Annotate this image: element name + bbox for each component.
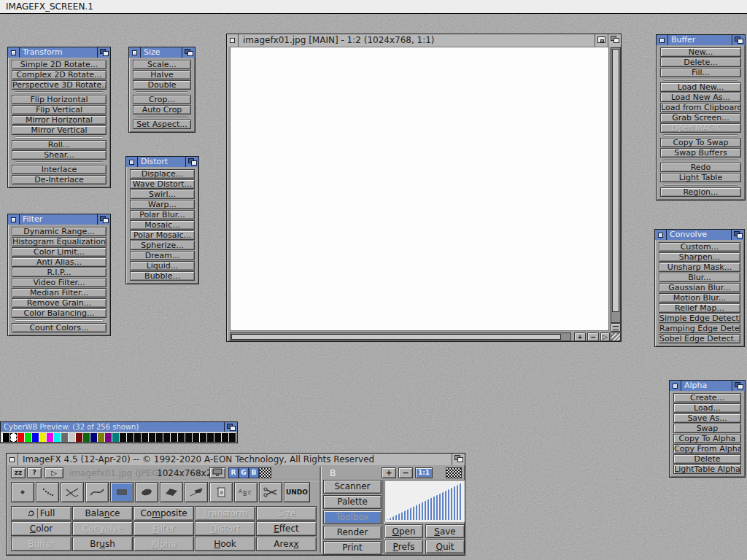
mode-render[interactable]: Render	[323, 526, 382, 540]
palette-swatch[interactable]	[185, 433, 192, 442]
depth-gadget[interactable]	[732, 381, 745, 391]
palette-swatch[interactable]	[98, 433, 104, 442]
zoom-out-button[interactable]: −	[398, 467, 413, 478]
palette-swatch[interactable]	[32, 433, 39, 442]
swirl-button[interactable]: Swirl...	[130, 190, 195, 199]
halve-button[interactable]: Halve	[133, 70, 191, 79]
color-limit-button[interactable]: Color Limit...	[12, 247, 107, 257]
depth-gadget[interactable]	[608, 34, 621, 47]
mode-print[interactable]: Print	[323, 541, 382, 555]
palette-swatch[interactable]	[222, 433, 228, 442]
buffer-new-button[interactable]: New...	[660, 47, 741, 57]
auto-crop-button[interactable]: Auto Crop	[133, 105, 191, 114]
redo-button[interactable]: Redo	[660, 163, 741, 172]
close-gadget[interactable]	[655, 230, 667, 240]
image-canvas[interactable]	[230, 47, 609, 331]
polar-mosaic-button[interactable]: Polar Mosaic...	[130, 230, 195, 240]
palette-swatch[interactable]	[61, 433, 68, 442]
alpha-create-button[interactable]: Create...	[673, 393, 741, 402]
sleep-button[interactable]: zz	[11, 467, 26, 478]
ramping-edge-detect-button[interactable]: Ramping Edge Detect	[659, 324, 740, 333]
alpha-delete-button[interactable]: Delete	[673, 454, 741, 464]
mirror-horizontal-button[interactable]: Mirror Horizontal	[12, 115, 107, 125]
vertical-scroll-thumb[interactable]	[612, 49, 619, 312]
brush-button[interactable]: Brush	[72, 537, 133, 551]
palette-swatch[interactable]	[39, 433, 46, 442]
histogram-equalization-button[interactable]: Histogram Equalization...	[12, 237, 107, 246]
roll-button[interactable]: Roll...	[12, 140, 107, 149]
simple-2d-rotate-button[interactable]: Simple 2D Rotate...	[12, 60, 107, 69]
region-button[interactable]: Region...	[660, 187, 741, 197]
relief-map-button[interactable]: Relief Map...	[659, 303, 740, 313]
close-gadget[interactable]	[7, 454, 18, 465]
depth-gadget[interactable]	[182, 47, 195, 58]
lighttable-alpha-button[interactable]: LightTable Alpha	[673, 464, 741, 474]
warp-button[interactable]: Warp...	[130, 200, 195, 209]
scale-button[interactable]: Scale...	[133, 60, 191, 69]
close-gadget[interactable]	[8, 214, 20, 225]
mode-toolbox[interactable]: Toolbox	[323, 510, 382, 524]
alpha-load-button[interactable]: Load...	[673, 403, 741, 413]
blur-button[interactable]: Blur...	[659, 273, 740, 282]
palette-swatch[interactable]	[178, 433, 185, 442]
load-from-clipboard-button[interactable]: Load from Clipboard	[660, 103, 741, 112]
effect-button[interactable]: Effect	[256, 521, 317, 536]
horizontal-scrollbar[interactable]	[230, 332, 571, 341]
video-filter-button[interactable]: Video Filter...	[12, 278, 107, 287]
palette-swatch[interactable]	[83, 433, 90, 442]
dream-button[interactable]: Dream...	[130, 251, 195, 260]
palette-swatch[interactable]	[193, 433, 199, 442]
polar-blur-button[interactable]: Polar Blur...	[130, 210, 195, 219]
save-button[interactable]: Save	[425, 524, 465, 538]
mirror-vertical-button[interactable]: Mirror Vertical	[12, 125, 107, 135]
complex-2d-rotate-button[interactable]: Complex 2D Rotate...	[12, 70, 107, 79]
run-button[interactable]: ▷	[44, 467, 63, 478]
green-channel-button[interactable]: G	[239, 467, 249, 478]
depth-gadget[interactable]	[224, 422, 237, 432]
copy-from-alpha-button[interactable]: Copy From Alpha	[673, 444, 741, 454]
grab-screen-button[interactable]: Grab Screen...	[660, 113, 741, 122]
rip-button[interactable]: R.I.P...	[12, 268, 107, 277]
oval-tool-button[interactable]	[135, 482, 158, 502]
de-interlace-button[interactable]: De-Interlace	[12, 175, 107, 184]
depth-gadget[interactable]	[97, 47, 110, 58]
depth-gadget[interactable]	[185, 157, 198, 167]
shear-button[interactable]: Shear...	[12, 150, 107, 160]
copy-to-swap-button[interactable]: Copy To Swap	[660, 138, 741, 147]
prefs-button[interactable]: Prefs	[384, 540, 423, 553]
palette-swatch[interactable]	[214, 433, 221, 442]
liquid-button[interactable]: Liquid...	[130, 261, 195, 271]
palette-swatch[interactable]	[142, 433, 148, 442]
sharpen-button[interactable]: Sharpen...	[659, 252, 740, 262]
palette-swatch[interactable]	[76, 433, 82, 442]
screen-mode-button[interactable]	[209, 467, 225, 478]
count-colors-button[interactable]: Count Colors...	[12, 323, 107, 332]
copy-to-alpha-button[interactable]: Copy To Alpha	[673, 434, 741, 443]
palette-swatch[interactable]	[229, 433, 236, 442]
help-button[interactable]: ?	[27, 467, 42, 478]
palette-swatch[interactable]	[112, 433, 119, 442]
palette-swatch[interactable]	[3, 433, 9, 442]
brush-pattern-swatch[interactable]	[446, 467, 462, 478]
zoom-out-button[interactable]: −	[587, 332, 599, 341]
simple-edge-detect-button[interactable]: Simple Edge Detect...	[659, 314, 740, 323]
palette-swatch[interactable]	[105, 433, 112, 442]
gaussian-blur-button[interactable]: Gaussian Blur...	[659, 283, 740, 292]
palette-swatch[interactable]	[200, 433, 206, 442]
palette-swatch[interactable]	[47, 433, 53, 442]
dither-pattern-swatch[interactable]	[259, 467, 271, 478]
mode-palette[interactable]: Palette	[323, 495, 382, 509]
horizontal-scroll-thumb[interactable]	[231, 334, 561, 340]
close-gadget[interactable]	[126, 157, 138, 167]
palette-swatch[interactable]	[171, 433, 177, 442]
alpha-save-as-button[interactable]: Save As...	[673, 413, 741, 423]
unsharp-mask-button[interactable]: Unsharp Mask...	[659, 262, 740, 272]
scissors-tool-button[interactable]	[259, 482, 282, 502]
mode-scanner[interactable]: Scanner	[323, 480, 382, 494]
sobel-edge-detect-button[interactable]: Sobel Edge Detect...	[659, 334, 740, 343]
flip-horizontal-button[interactable]: Flip Horizontal	[12, 95, 107, 104]
load-new-as-button[interactable]: Load New As...	[660, 93, 741, 102]
dynamic-range-button[interactable]: Dynamic Range...	[12, 227, 107, 236]
alpha-swap-button[interactable]: Swap	[673, 424, 741, 433]
red-channel-button[interactable]: R	[228, 467, 239, 478]
